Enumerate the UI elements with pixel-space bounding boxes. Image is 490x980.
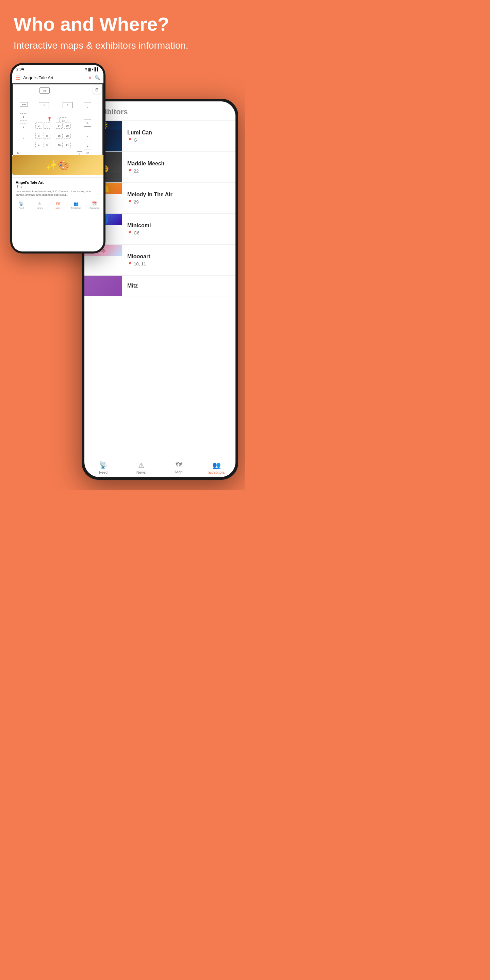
nav-exhibitors-label: Exhibitors <box>71 207 81 209</box>
nav-exhibitors[interactable]: 👥 Exhibitors <box>67 202 86 209</box>
artist-card: Angel's Tale Art 📍 1 I am an artist from… <box>12 177 103 200</box>
exhibitor-info-mioooart: Mioooart 📍 10, 11 <box>122 249 235 271</box>
status-time: 2:34 <box>16 67 24 71</box>
nav-feed[interactable]: 📡 Feed <box>12 202 30 209</box>
location-pin-icon: 📍 <box>127 231 132 235</box>
nav-exhibitors-right[interactable]: 👥 Exhibitors <box>198 461 235 474</box>
phone-right-screen: Exhibitors 🌟 Lumi Can 📍 G <box>84 102 235 477</box>
map-icon: 🗺 <box>56 202 60 206</box>
artist-name: Angel's Tale Art <box>16 180 100 185</box>
location-pin-icon: 📍 <box>127 200 132 205</box>
location-value: G <box>134 137 137 143</box>
table-row[interactable]: 🌸 Mioooart 📍 10, 11 <box>84 245 235 275</box>
location-value: 29 <box>134 199 138 205</box>
news-icon: ⚠ <box>38 202 41 206</box>
exhibitor-location: 📍 22 <box>127 169 230 173</box>
bottom-nav-left: 📡 Feed ⚠ News 🗺 Map 👥 Exhibitors 📅 Calen… <box>12 200 103 210</box>
nav-map-label: Map <box>175 470 182 474</box>
nav-calendar[interactable]: 📅 Calendar <box>85 202 103 209</box>
location-value: 22 <box>134 169 138 173</box>
artist-booth: 📍 1 <box>16 185 100 189</box>
map-grid: 35 ATM J 1 H A 📍 B 2 7 13 <box>12 83 103 155</box>
nav-feed-right[interactable]: 📡 Feed <box>84 461 122 474</box>
map-icon: 🗺 <box>176 461 182 469</box>
exhibitor-name: Mitz <box>127 283 230 289</box>
status-icons: ⚙ ▓ ▾ ▌▌ <box>84 67 99 71</box>
hero-section: Who and Where? Interactive maps & exhibi… <box>14 14 231 52</box>
exhibitor-info-mitz: Mitz <box>122 279 235 292</box>
nav-calendar-label: Calendar <box>89 207 99 209</box>
exhibitor-location: 📍 C6 <box>127 231 230 235</box>
nav-map-right[interactable]: 🗺 Map <box>160 461 198 474</box>
hamburger-icon[interactable]: ☰ <box>16 75 21 81</box>
calendar-icon: 📅 <box>92 202 97 206</box>
table-row[interactable]: 🌟 Lumi Can 📍 G <box>84 121 235 152</box>
nav-map[interactable]: 🗺 Map <box>49 202 67 209</box>
app-bar: ☰ Angel's Tale Art ✕ 🔍 <box>12 73 103 83</box>
location-pin-icon: 📍 <box>16 185 19 189</box>
phone-left-screen: 2:34 ⚙ ▓ ▾ ▌▌ ☰ Angel's Tale Art ✕ 🔍 <box>12 65 103 251</box>
news-icon: ⚠ <box>138 461 144 469</box>
exhibitor-location: 📍 29 <box>127 199 230 205</box>
nav-news-label: News <box>137 470 146 474</box>
nav-map-label: Map <box>56 207 60 209</box>
bottom-nav-right: 📡 Feed ⚠ News 🗺 Map 👥 Exhibitors <box>84 459 235 477</box>
layers-icon: ⊞ <box>95 88 99 92</box>
exhibitor-location: 📍 G <box>127 137 230 143</box>
nav-news-right[interactable]: ⚠ News <box>122 461 160 474</box>
exhibitor-name: Melody In The Air <box>127 192 230 198</box>
wifi-icon: ▾ <box>92 67 94 71</box>
status-bar: 2:34 ⚙ ▓ ▾ ▌▌ <box>12 65 103 73</box>
table-row[interactable]: 🎭 Maddie Meech 📍 22 <box>84 152 235 183</box>
layer-icon[interactable]: ⊞ <box>93 86 101 94</box>
nav-exhibitors-label: Exhibitors <box>208 470 224 474</box>
feed-icon: 📡 <box>19 202 24 206</box>
exhibitor-info-melody: Melody In The Air 📍 29 <box>122 187 235 209</box>
app-bar-title: Angel's Tale Art <box>23 75 86 80</box>
exhibitor-info-lumi-can: Lumi Can 📍 G <box>122 125 235 147</box>
exhibitor-name: Maddie Meech <box>127 161 230 167</box>
exhibitor-name: Minicomi <box>127 223 230 229</box>
exhibitors-icon: 👥 <box>212 461 221 469</box>
table-row[interactable]: 🌀 Minicomi 📍 C6 <box>84 214 235 245</box>
table-row[interactable]: Mitz <box>84 275 235 296</box>
exhibitor-info-minicomi: Minicomi 📍 C6 <box>122 218 235 240</box>
map-area[interactable]: 35 ATM J 1 H A 📍 B 2 7 13 <box>12 83 103 155</box>
hero-subtitle: Interactive maps & exhibitors informatio… <box>14 39 231 52</box>
artist-description: I am an artist from Vancouver, B.C. Cana… <box>16 190 100 197</box>
settings-icon: ⚙ <box>84 67 88 71</box>
signal-icon: ▌▌ <box>95 67 99 71</box>
nav-feed-label: Feed <box>19 207 24 209</box>
feed-icon: 📡 <box>99 461 108 469</box>
location-pin-icon: 📍 <box>127 138 132 143</box>
location-pin-icon: 📍 <box>127 262 132 266</box>
battery-icon: ▓ <box>89 67 91 71</box>
exhibitors-icon: 👥 <box>73 202 79 206</box>
search-icon[interactable]: 🔍 <box>95 75 100 80</box>
table-row[interactable]: 🍋 Melody In The Air 📍 29 <box>84 183 235 214</box>
app-bar-actions: ✕ 🔍 <box>88 75 100 80</box>
exhibitor-info-maddie-meech: Maddie Meech 📍 22 <box>122 156 235 178</box>
location-value: C6 <box>134 231 140 235</box>
close-icon[interactable]: ✕ <box>88 75 92 80</box>
exhibitor-name: Lumi Can <box>127 130 230 136</box>
nav-news[interactable]: ⚠ News <box>30 202 49 209</box>
exhibitor-name: Mioooart <box>127 253 230 259</box>
exhibitor-thumb-mitz <box>84 275 122 296</box>
nav-feed-label: Feed <box>99 470 108 474</box>
artist-card-image: ✨🎨 <box>12 155 103 175</box>
exhibitor-location: 📍 10, 11 <box>127 261 230 266</box>
location-value: 10, 11 <box>134 261 146 266</box>
exhibitor-list[interactable]: 🌟 Lumi Can 📍 G 🎭 Maddie Meech <box>84 121 235 456</box>
location-pin-icon: 📍 <box>127 169 132 173</box>
exhibitors-header: Exhibitors <box>84 102 235 121</box>
phone-left: 2:34 ⚙ ▓ ▾ ▌▌ ☰ Angel's Tale Art ✕ 🔍 <box>10 63 105 253</box>
hero-title: Who and Where? <box>14 14 231 35</box>
nav-news-label: News <box>37 207 43 209</box>
